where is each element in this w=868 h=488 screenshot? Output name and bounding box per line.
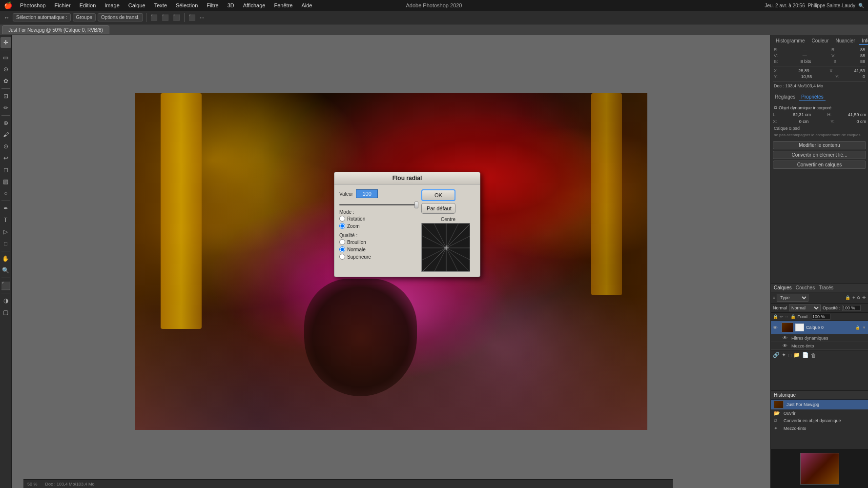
menu-photoshop[interactable]: Photoshop	[16, 1, 50, 9]
menu-aide[interactable]: Aide	[297, 1, 316, 9]
hand-tool[interactable]: ✋	[0, 253, 11, 264]
tab-traces[interactable]: Tracés	[819, 285, 833, 290]
history-brush-tool[interactable]: ↩	[0, 153, 11, 163]
quick-select-tool[interactable]: ✿	[0, 76, 11, 86]
menu-affichage[interactable]: Affichage	[239, 1, 269, 9]
move-tool-icon[interactable]: ↔	[3, 13, 11, 22]
menu-edition[interactable]: Edition	[76, 1, 100, 9]
zoom-level: 50 %	[27, 482, 38, 487]
mode-zoom[interactable]: Zoom	[339, 223, 416, 229]
add-style-btn[interactable]: ✦	[782, 352, 786, 358]
group-btn[interactable]: Groupe	[73, 13, 96, 21]
default-button[interactable]: Par défaut	[421, 203, 455, 214]
history-item-3[interactable]: ✦ Mezzo-tinto	[771, 425, 868, 432]
info-x2-coord: 41,59	[854, 68, 865, 73]
auto-select-btn[interactable]: Sélection automatique :	[13, 13, 71, 21]
crop-tool[interactable]: ⊡	[0, 91, 11, 102]
opacity-input[interactable]	[842, 305, 861, 311]
mode-select[interactable]: Normal	[789, 305, 821, 311]
layer-mode-select[interactable]: Type	[777, 294, 808, 302]
transform-btn[interactable]: Options de transf.	[98, 13, 143, 21]
sub-mezzo-eye[interactable]: 👁	[783, 343, 789, 348]
move-tool[interactable]: ✛	[0, 37, 11, 48]
layer-0-chevron[interactable]: ▼	[862, 325, 866, 330]
new-group-btn[interactable]: 📁	[793, 352, 800, 358]
centre-label: Centre	[421, 217, 475, 222]
eraser-tool[interactable]: ◻	[0, 164, 11, 175]
menu-texte[interactable]: Texte	[150, 1, 171, 9]
slider-thumb[interactable]	[414, 202, 418, 208]
menu-fenetre[interactable]: Fenêtre	[270, 1, 296, 9]
history-item-0[interactable]: Just For Now.jpg	[771, 400, 868, 409]
slider-track	[339, 204, 416, 205]
quick-mask-icon[interactable]: ◑	[0, 295, 11, 306]
foreground-bg-color[interactable]: ⬛	[0, 280, 11, 291]
qualite-superieure[interactable]: Supérieure	[339, 254, 416, 260]
qualite-normale[interactable]: Normale	[339, 246, 416, 252]
gradient-tool[interactable]: ▨	[0, 176, 11, 187]
info-y2-coord: 0	[863, 74, 865, 79]
convertir-calques-btn[interactable]: Convertir en calques	[773, 161, 866, 169]
history-thumb-0	[774, 401, 784, 408]
menu-fichier[interactable]: Fichier	[51, 1, 75, 9]
ok-button[interactable]: OK	[421, 189, 455, 201]
tab-reglages[interactable]: Réglages	[773, 93, 797, 101]
brush-tool[interactable]: 🖌	[0, 129, 11, 140]
align-right-icon[interactable]: ⬛	[172, 13, 181, 22]
tab-proprietes[interactable]: Propriétés	[799, 93, 826, 101]
menu-selection[interactable]: Sélection	[172, 1, 202, 9]
valeur-label: Valeur	[339, 191, 353, 197]
align-center-icon[interactable]: ⬛	[161, 13, 170, 22]
screen-mode-icon[interactable]: ▢	[0, 307, 11, 318]
modifier-contenu-btn[interactable]: Modifier le contenu	[773, 141, 866, 149]
history-item-2[interactable]: ⧉ Convertir en objet dynamique	[771, 417, 868, 425]
convertir-element-btn[interactable]: Convertir en élément lié...	[773, 151, 866, 159]
tab-bar: Just For Now.jpg @ 50% (Calque 0, RVB/8)	[0, 24, 868, 35]
menu-filtre[interactable]: Filtre	[203, 1, 222, 9]
marquee-tool[interactable]: ▭	[0, 52, 11, 63]
dodge-tool[interactable]: ○	[0, 188, 11, 199]
add-mask-btn[interactable]: □	[788, 352, 791, 358]
fond-input[interactable]	[812, 314, 830, 320]
tab-couches[interactable]: Couches	[796, 285, 815, 290]
tab-histogramme[interactable]: Histogramme	[773, 37, 807, 45]
tab-nuancier[interactable]: Nuancier	[833, 37, 858, 45]
sub-filtres-name: Filtres dynamiques	[791, 336, 828, 341]
shape-tool[interactable]: □	[0, 238, 11, 249]
options-more-icon[interactable]: ···	[199, 13, 206, 22]
clone-tool[interactable]: ⊙	[0, 141, 11, 152]
valeur-input[interactable]	[356, 189, 378, 198]
distribute-icon[interactable]: ⬛	[187, 13, 197, 22]
align-left-icon[interactable]: ⬛	[149, 13, 159, 22]
centre-preview[interactable]	[421, 223, 470, 272]
tab-informations[interactable]: Informations	[859, 37, 868, 45]
tab-couleur[interactable]: Couleur	[808, 37, 831, 45]
menu-calque[interactable]: Calque	[124, 1, 149, 9]
sub-filtres-eye[interactable]: 👁	[783, 335, 789, 341]
pen-tool[interactable]: ✒	[0, 203, 11, 214]
layer-0-eye[interactable]: 👁	[773, 325, 780, 330]
options-bar: ↔ Sélection automatique : Groupe Options…	[0, 11, 868, 24]
document-tab[interactable]: Just For Now.jpg @ 50% (Calque 0, RVB/8)	[2, 25, 109, 34]
zoom-tool[interactable]: 🔍	[0, 265, 11, 276]
menu-image[interactable]: Image	[101, 1, 124, 9]
apple-logo[interactable]: 🍎	[4, 1, 12, 9]
tab-calques[interactable]: Calques	[774, 285, 792, 290]
lasso-tool[interactable]: ⊙	[0, 64, 11, 75]
path-select-tool[interactable]: ▷	[0, 226, 11, 237]
history-item-1[interactable]: 📂 Ouvrir	[771, 409, 868, 417]
spot-heal-tool[interactable]: ⊕	[0, 118, 11, 128]
new-layer-btn[interactable]: 📄	[802, 352, 809, 358]
eyedropper-tool[interactable]: ✏	[0, 102, 11, 113]
delete-layer-btn[interactable]: 🗑	[811, 352, 816, 358]
menu-3d[interactable]: 3D	[224, 1, 238, 9]
layer-0[interactable]: 👁 Calque 0 🔒 ▼	[771, 321, 868, 334]
text-tool[interactable]: T	[0, 215, 11, 225]
svg-line-10	[446, 248, 470, 260]
prop-H-value: 41,59 cm	[848, 112, 866, 117]
search-icon[interactable]: 🔍	[858, 3, 864, 8]
mode-rotation[interactable]: Rotation	[339, 216, 416, 222]
qualite-brouillon[interactable]: Brouillon	[339, 239, 416, 245]
link-layers-btn[interactable]: 🔗	[773, 352, 780, 358]
slider-container[interactable]	[339, 204, 416, 205]
